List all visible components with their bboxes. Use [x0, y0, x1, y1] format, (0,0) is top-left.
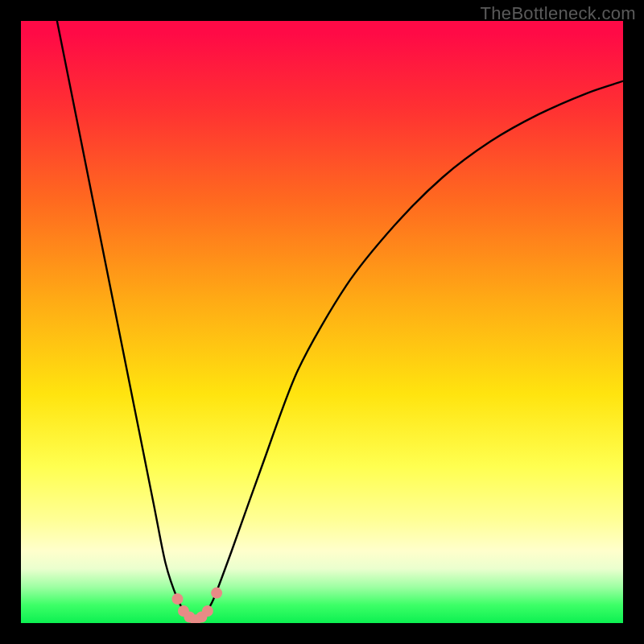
watermark-text: TheBottleneck.com — [481, 3, 636, 24]
bottleneck-curve — [57, 21, 623, 620]
valley-marker — [202, 605, 213, 617]
plot-area — [21, 21, 623, 623]
valley-marker — [171, 593, 183, 605]
chart-frame: TheBottleneck.com — [0, 0, 644, 644]
chart-svg — [21, 21, 623, 623]
valley-marker — [211, 588, 222, 599]
